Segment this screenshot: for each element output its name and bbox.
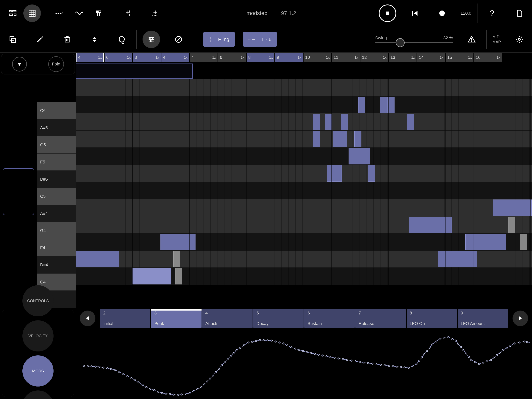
- scales-button[interactable]: SCALES: [22, 390, 54, 399]
- collapse-button[interactable]: [12, 57, 27, 71]
- midi-map-button[interactable]: MIDI MAP: [493, 34, 501, 45]
- mod-next-button[interactable]: [513, 310, 528, 326]
- grid-row[interactable]: [76, 216, 532, 233]
- copy-icon[interactable]: [4, 31, 21, 48]
- velocity-button[interactable]: VELOCITY: [22, 320, 54, 351]
- clip-name-pill[interactable]: ┊ Pling: [203, 32, 235, 47]
- mod-tab[interactable]: 2Initial: [100, 309, 150, 328]
- mod-prev-button[interactable]: [80, 310, 95, 326]
- grid-row[interactable]: [76, 199, 532, 216]
- wave-icon[interactable]: [70, 5, 88, 22]
- pattern-cell[interactable]: 81x: [247, 53, 275, 62]
- warning-icon[interactable]: [463, 31, 480, 48]
- note[interactable]: [341, 114, 348, 130]
- note[interactable]: [508, 217, 515, 233]
- note[interactable]: [407, 114, 414, 130]
- modulation-curve[interactable]: [76, 329, 532, 399]
- quantize-icon[interactable]: Q: [113, 31, 130, 48]
- grid-row[interactable]: [76, 182, 532, 199]
- note[interactable]: [325, 114, 332, 130]
- grid-row[interactable]: [76, 165, 532, 182]
- pattern-cell[interactable]: 141x: [417, 53, 445, 62]
- note[interactable]: [348, 148, 370, 164]
- note[interactable]: [358, 97, 365, 113]
- note[interactable]: [438, 251, 477, 267]
- note[interactable]: [313, 131, 320, 147]
- grid-row[interactable]: [76, 148, 532, 165]
- note[interactable]: [493, 200, 532, 216]
- arrange-icon[interactable]: [4, 5, 21, 22]
- pattern-cell[interactable]: 41x: [161, 53, 189, 62]
- grid-row[interactable]: [76, 79, 532, 96]
- stop-button[interactable]: [379, 5, 396, 22]
- minimap[interactable]: [3, 168, 34, 215]
- swing-thumb[interactable]: [396, 38, 405, 47]
- note[interactable]: [520, 234, 527, 250]
- add-horizontal-icon[interactable]: [146, 5, 164, 22]
- step-icon[interactable]: [51, 5, 68, 22]
- mute-icon[interactable]: [170, 31, 187, 48]
- pattern-cell[interactable]: 131x: [389, 53, 417, 62]
- updown-icon[interactable]: [86, 31, 103, 48]
- pattern-cell[interactable]: 91x: [275, 53, 303, 62]
- tempo-value[interactable]: 120.0: [461, 11, 471, 16]
- help-icon[interactable]: ?: [483, 5, 501, 22]
- mod-tab[interactable]: 7Release: [355, 309, 406, 328]
- loop-region[interactable]: [76, 64, 193, 79]
- note[interactable]: [133, 268, 171, 284]
- note-grid[interactable]: [76, 79, 532, 308]
- mod-tab[interactable]: 3Peak: [151, 309, 201, 328]
- mod-tab[interactable]: 6Sustain: [304, 309, 355, 328]
- swing-slider[interactable]: [375, 42, 453, 43]
- pencil-icon[interactable]: [31, 31, 49, 48]
- note[interactable]: [387, 97, 394, 113]
- pattern-cell[interactable]: 61x: [104, 53, 133, 62]
- note[interactable]: [368, 165, 375, 182]
- mod-tab[interactable]: 5Decay: [253, 309, 304, 328]
- note[interactable]: [333, 131, 347, 147]
- piano-roll-icon[interactable]: [23, 5, 41, 22]
- note[interactable]: [465, 234, 506, 250]
- note[interactable]: [327, 165, 342, 182]
- grid-row[interactable]: [76, 233, 532, 251]
- pattern-cell[interactable]: 101x: [303, 53, 331, 62]
- controls-button[interactable]: CONTROLS: [22, 285, 54, 316]
- add-vertical-icon[interactable]: [119, 5, 137, 22]
- grid-row[interactable]: [76, 130, 532, 148]
- note[interactable]: [76, 251, 119, 267]
- note[interactable]: [173, 251, 180, 267]
- clip-range-pill[interactable]: ┄┄ 1 - 6: [243, 32, 277, 47]
- record-button[interactable]: [433, 5, 451, 22]
- grid-row[interactable]: [76, 268, 532, 285]
- rewind-button[interactable]: [406, 5, 424, 22]
- note[interactable]: [175, 268, 182, 284]
- fold-button[interactable]: Fold: [48, 56, 64, 72]
- pattern-cell[interactable]: 151x: [446, 53, 474, 62]
- pattern-cell[interactable]: 31x: [133, 53, 161, 62]
- pattern-cell[interactable]: 121x: [360, 53, 388, 62]
- pattern-cell[interactable]: 161x: [474, 53, 502, 62]
- note[interactable]: [313, 114, 320, 130]
- trash-icon[interactable]: [58, 31, 76, 48]
- mod-tab[interactable]: 4Attack: [202, 309, 253, 328]
- pattern-cell[interactable]: 61x: [218, 53, 246, 62]
- note[interactable]: [355, 131, 361, 147]
- grid-row[interactable]: [76, 113, 532, 130]
- note[interactable]: [409, 217, 452, 233]
- controls-icon[interactable]: [143, 31, 160, 48]
- grid-row[interactable]: [76, 96, 532, 113]
- synth-icon[interactable]: [89, 5, 107, 22]
- mods-button[interactable]: MODS: [22, 355, 54, 386]
- grid-row[interactable]: [76, 251, 532, 268]
- pattern-cell[interactable]: 41x: [190, 53, 218, 62]
- mod-tab[interactable]: 9LFO Amount: [458, 309, 508, 328]
- pattern-cell[interactable]: 111x: [332, 53, 360, 62]
- pattern-cell[interactable]: 41x: [76, 53, 104, 62]
- mod-tab[interactable]: 8LFO On: [407, 309, 457, 328]
- document-icon[interactable]: [511, 5, 528, 22]
- pattern-header[interactable]: 41x61x31x41x41x61x81x91x101x111x121x131x…: [76, 53, 532, 63]
- settings-icon[interactable]: [511, 31, 528, 48]
- note[interactable]: [160, 234, 196, 250]
- note[interactable]: [380, 97, 391, 113]
- swing-control[interactable]: Swing 32 %: [375, 35, 453, 43]
